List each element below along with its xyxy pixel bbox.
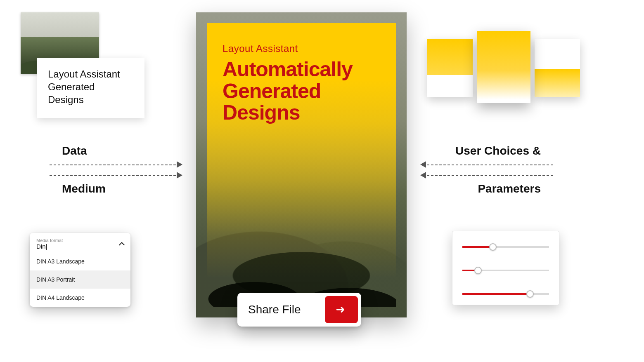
text-snippet-content: Layout Assistant Generated Designs <box>48 68 134 106</box>
parameters-sliders-card <box>452 231 559 305</box>
arrow-right-icon <box>50 171 182 180</box>
parameter-slider[interactable] <box>462 246 549 248</box>
dropdown-option[interactable]: DIN A3 Portrait <box>30 270 130 289</box>
text-snippet-card: Layout Assistant Generated Designs <box>37 58 144 118</box>
label-parameters: Parameters <box>421 182 541 195</box>
arrow-right-icon <box>50 160 182 169</box>
poster-kicker: Layout Assistant <box>223 43 380 54</box>
share-arrow-icon <box>335 303 348 316</box>
dropdown-input-value[interactable]: Din| <box>36 243 124 250</box>
dropdown-option[interactable]: DIN A3 Landscape <box>30 252 130 270</box>
poster-title: Automatically Generated Designs <box>223 59 380 124</box>
media-format-dropdown[interactable]: Media format Din| DIN A3 Landscape DIN A… <box>30 233 130 307</box>
share-file-label: Share File <box>248 303 325 316</box>
variant-thumbnail[interactable] <box>535 39 580 97</box>
chevron-up-icon <box>120 243 125 248</box>
label-data: Data <box>62 144 182 157</box>
dropdown-field-label: Media format <box>36 238 124 243</box>
label-medium: Medium <box>62 182 182 195</box>
right-arrow-group: User Choices & Parameters <box>421 144 553 195</box>
parameter-slider[interactable] <box>462 293 549 295</box>
variant-thumbnail-selected[interactable] <box>477 31 530 103</box>
dropdown-option[interactable]: DIN A4 Landscape <box>30 289 130 307</box>
arrow-left-icon <box>421 171 553 180</box>
label-user-choices: User Choices & <box>421 144 541 157</box>
share-file-control[interactable]: Share File <box>237 293 361 327</box>
arrow-left-icon <box>421 160 553 169</box>
layout-variants <box>427 31 580 105</box>
generated-poster-preview: Layout Assistant Automatically Generated… <box>196 12 407 317</box>
left-arrow-group: Data Medium <box>50 144 182 195</box>
variant-thumbnail[interactable] <box>427 39 473 97</box>
share-button[interactable] <box>325 296 358 323</box>
dropdown-header[interactable]: Media format Din| <box>30 233 130 252</box>
parameter-slider[interactable] <box>462 270 549 271</box>
